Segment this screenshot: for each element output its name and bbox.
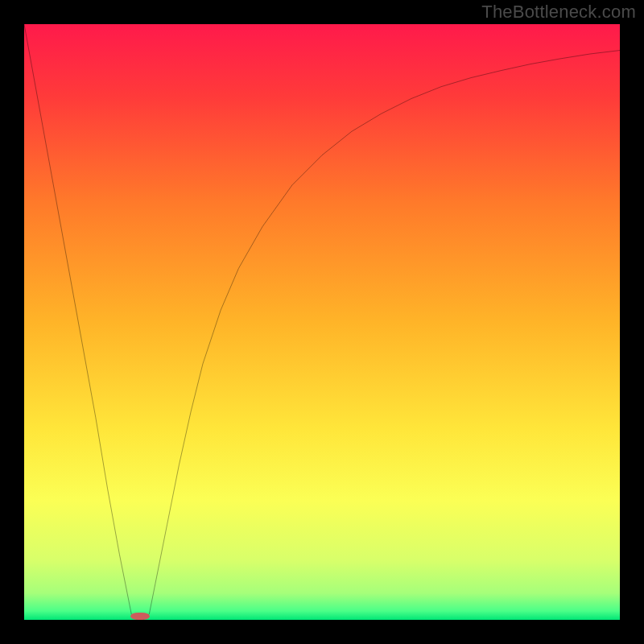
plot-area xyxy=(24,24,620,620)
curve-layer xyxy=(24,24,620,620)
optimal-point-marker xyxy=(130,613,150,620)
bottleneck-curve xyxy=(24,24,620,620)
chart-frame: TheBottleneck.com xyxy=(0,0,644,644)
watermark-text: TheBottleneck.com xyxy=(481,2,636,23)
